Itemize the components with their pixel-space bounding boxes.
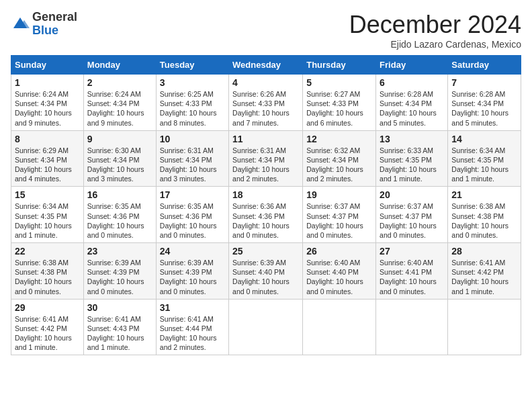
day-info: Sunrise: 6:29 AMSunset: 4:34 PMDaylight:… (15, 146, 80, 184)
calendar-table: SundayMondayTuesdayWednesdayThursdayFrid… (11, 55, 521, 355)
day-number: 23 (87, 246, 152, 257)
calendar-cell: 1Sunrise: 6:24 AMSunset: 4:34 PMDaylight… (11, 75, 84, 131)
calendar-cell: 31Sunrise: 6:41 AMSunset: 4:44 PMDayligh… (156, 299, 228, 355)
calendar-week-row: 29Sunrise: 6:41 AMSunset: 4:42 PMDayligh… (11, 299, 521, 355)
day-info: Sunrise: 6:32 AMSunset: 4:34 PMDaylight:… (306, 146, 372, 184)
day-info: Sunrise: 6:34 AMSunset: 4:35 PMDaylight:… (15, 201, 80, 240)
day-number: 25 (232, 246, 299, 257)
calendar-cell (376, 299, 448, 355)
day-number: 9 (87, 134, 152, 144)
day-number: 4 (232, 77, 299, 88)
day-info: Sunrise: 6:40 AMSunset: 4:40 PMDaylight:… (306, 258, 372, 296)
calendar-week-row: 8Sunrise: 6:29 AMSunset: 4:34 PMDaylight… (11, 130, 521, 187)
calendar-cell: 9Sunrise: 6:30 AMSunset: 4:34 PMDaylight… (83, 130, 156, 187)
calendar-cell (303, 299, 376, 355)
calendar-cell: 25Sunrise: 6:39 AMSunset: 4:40 PMDayligh… (229, 243, 303, 300)
calendar-week-row: 1Sunrise: 6:24 AMSunset: 4:34 PMDaylight… (11, 75, 521, 131)
day-info: Sunrise: 6:40 AMSunset: 4:41 PMDaylight:… (380, 258, 444, 296)
day-info: Sunrise: 6:41 AMSunset: 4:42 PMDaylight:… (451, 258, 517, 296)
day-number: 10 (160, 134, 225, 144)
day-info: Sunrise: 6:28 AMSunset: 4:34 PMDaylight:… (451, 89, 517, 128)
day-info: Sunrise: 6:36 AMSunset: 4:36 PMDaylight:… (232, 201, 299, 240)
day-info: Sunrise: 6:38 AMSunset: 4:38 PMDaylight:… (15, 258, 80, 296)
location-subtitle: Ejido Lazaro Cardenas, Mexico (349, 39, 521, 50)
day-number: 24 (160, 246, 225, 257)
day-number: 29 (15, 302, 80, 313)
day-info: Sunrise: 6:39 AMSunset: 4:39 PMDaylight:… (160, 258, 225, 296)
calendar-cell: 22Sunrise: 6:38 AMSunset: 4:38 PMDayligh… (11, 243, 84, 300)
day-number: 19 (306, 189, 372, 200)
day-number: 6 (380, 77, 444, 88)
calendar-cell: 23Sunrise: 6:39 AMSunset: 4:39 PMDayligh… (83, 243, 156, 300)
calendar-cell: 17Sunrise: 6:35 AMSunset: 4:36 PMDayligh… (156, 187, 228, 243)
calendar-cell: 21Sunrise: 6:38 AMSunset: 4:38 PMDayligh… (448, 187, 521, 243)
day-info: Sunrise: 6:39 AMSunset: 4:40 PMDaylight:… (232, 258, 299, 296)
day-number: 11 (232, 134, 299, 144)
calendar-cell: 8Sunrise: 6:29 AMSunset: 4:34 PMDaylight… (11, 130, 84, 187)
day-info: Sunrise: 6:41 AMSunset: 4:43 PMDaylight:… (87, 314, 152, 353)
day-number: 14 (451, 134, 517, 144)
day-of-week-header: Monday (83, 56, 156, 75)
calendar-cell: 28Sunrise: 6:41 AMSunset: 4:42 PMDayligh… (448, 243, 521, 300)
day-of-week-header: Tuesday (156, 56, 228, 75)
day-number: 3 (160, 77, 225, 88)
calendar-cell: 13Sunrise: 6:33 AMSunset: 4:35 PMDayligh… (376, 130, 448, 187)
day-info: Sunrise: 6:34 AMSunset: 4:35 PMDaylight:… (451, 146, 517, 184)
day-info: Sunrise: 6:37 AMSunset: 4:37 PMDaylight:… (306, 201, 372, 240)
logo: General Blue (11, 11, 77, 38)
calendar-cell: 3Sunrise: 6:25 AMSunset: 4:33 PMDaylight… (156, 75, 228, 131)
calendar-cell: 14Sunrise: 6:34 AMSunset: 4:35 PMDayligh… (448, 130, 521, 187)
calendar-cell: 18Sunrise: 6:36 AMSunset: 4:36 PMDayligh… (229, 187, 303, 243)
calendar-cell: 4Sunrise: 6:26 AMSunset: 4:33 PMDaylight… (229, 75, 303, 131)
day-info: Sunrise: 6:24 AMSunset: 4:34 PMDaylight:… (87, 89, 152, 128)
day-info: Sunrise: 6:35 AMSunset: 4:36 PMDaylight:… (87, 201, 152, 240)
day-info: Sunrise: 6:26 AMSunset: 4:33 PMDaylight:… (232, 89, 299, 128)
days-of-week-header: SundayMondayTuesdayWednesdayThursdayFrid… (11, 56, 521, 75)
day-info: Sunrise: 6:25 AMSunset: 4:33 PMDaylight:… (160, 89, 225, 128)
calendar-cell (448, 299, 521, 355)
calendar-cell: 29Sunrise: 6:41 AMSunset: 4:42 PMDayligh… (11, 299, 84, 355)
calendar-cell: 30Sunrise: 6:41 AMSunset: 4:43 PMDayligh… (83, 299, 156, 355)
logo-text: General Blue (32, 11, 77, 38)
day-number: 1 (15, 77, 80, 88)
title-area: December 2024 Ejido Lazaro Cardenas, Mex… (349, 11, 521, 50)
day-of-week-header: Wednesday (229, 56, 303, 75)
day-info: Sunrise: 6:38 AMSunset: 4:38 PMDaylight:… (451, 201, 517, 240)
day-info: Sunrise: 6:27 AMSunset: 4:33 PMDaylight:… (306, 89, 372, 128)
calendar-cell: 20Sunrise: 6:37 AMSunset: 4:37 PMDayligh… (376, 187, 448, 243)
day-number: 5 (306, 77, 372, 88)
day-number: 27 (380, 246, 444, 257)
day-number: 26 (306, 246, 372, 257)
day-of-week-header: Sunday (11, 56, 84, 75)
day-number: 21 (451, 189, 517, 200)
day-number: 18 (232, 189, 299, 200)
calendar-cell: 6Sunrise: 6:28 AMSunset: 4:34 PMDaylight… (376, 75, 448, 131)
day-number: 13 (380, 134, 444, 144)
calendar-cell: 7Sunrise: 6:28 AMSunset: 4:34 PMDaylight… (448, 75, 521, 131)
logo-blue: Blue (32, 24, 58, 37)
calendar-cell: 26Sunrise: 6:40 AMSunset: 4:40 PMDayligh… (303, 243, 376, 300)
day-info: Sunrise: 6:33 AMSunset: 4:35 PMDaylight:… (380, 146, 444, 184)
day-info: Sunrise: 6:41 AMSunset: 4:42 PMDaylight:… (15, 314, 80, 353)
calendar-week-row: 22Sunrise: 6:38 AMSunset: 4:38 PMDayligh… (11, 243, 521, 300)
header: General Blue December 2024 Ejido Lazaro … (11, 11, 521, 50)
day-number: 8 (15, 134, 80, 144)
calendar-week-row: 15Sunrise: 6:34 AMSunset: 4:35 PMDayligh… (11, 187, 521, 243)
day-of-week-header: Thursday (303, 56, 376, 75)
calendar-cell: 12Sunrise: 6:32 AMSunset: 4:34 PMDayligh… (303, 130, 376, 187)
day-info: Sunrise: 6:28 AMSunset: 4:34 PMDaylight:… (380, 89, 444, 128)
day-of-week-header: Saturday (448, 56, 521, 75)
calendar-cell: 16Sunrise: 6:35 AMSunset: 4:36 PMDayligh… (83, 187, 156, 243)
day-number: 7 (451, 77, 517, 88)
day-of-week-header: Friday (376, 56, 448, 75)
calendar-cell: 15Sunrise: 6:34 AMSunset: 4:35 PMDayligh… (11, 187, 84, 243)
calendar-cell: 24Sunrise: 6:39 AMSunset: 4:39 PMDayligh… (156, 243, 228, 300)
day-number: 17 (160, 189, 225, 200)
day-number: 12 (306, 134, 372, 144)
calendar-cell: 19Sunrise: 6:37 AMSunset: 4:37 PMDayligh… (303, 187, 376, 243)
day-number: 20 (380, 189, 444, 200)
calendar-cell: 10Sunrise: 6:31 AMSunset: 4:34 PMDayligh… (156, 130, 228, 187)
calendar-cell: 27Sunrise: 6:40 AMSunset: 4:41 PMDayligh… (376, 243, 448, 300)
day-info: Sunrise: 6:35 AMSunset: 4:36 PMDaylight:… (160, 201, 225, 240)
day-number: 30 (87, 302, 152, 313)
